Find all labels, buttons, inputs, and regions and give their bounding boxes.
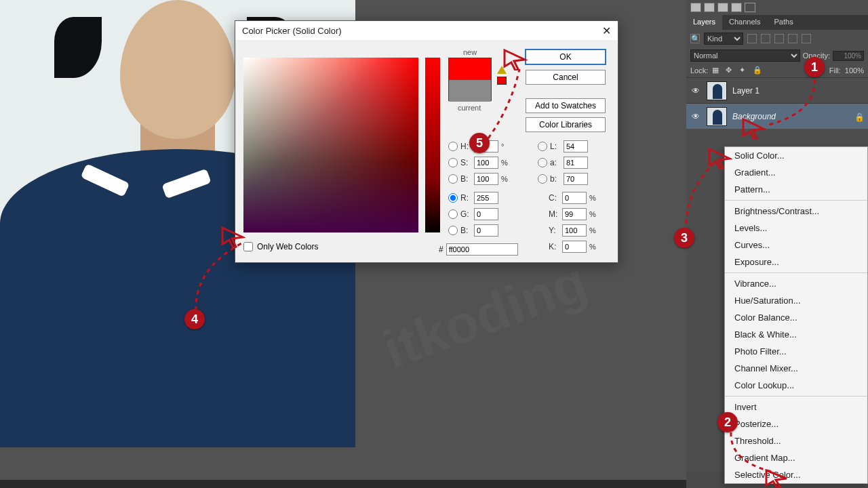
- s-input[interactable]: [474, 157, 498, 169]
- layer-thumb: [707, 107, 727, 126]
- menu-colorbalance[interactable]: Color Balance...: [725, 309, 867, 326]
- lock-artboard-icon[interactable]: ✦: [739, 66, 749, 75]
- menu-invert[interactable]: Invert: [725, 399, 867, 415]
- lock-all-icon[interactable]: 🔒: [753, 66, 762, 75]
- menu-bw[interactable]: Black & White...: [725, 326, 867, 343]
- Y-input[interactable]: [562, 224, 587, 237]
- filter-smart-icon[interactable]: [802, 34, 811, 43]
- search-icon: 🔍: [690, 34, 700, 43]
- cursor-arrow-icon: [742, 118, 766, 140]
- b-lab-radio[interactable]: [538, 174, 547, 184]
- percent-unit: %: [501, 175, 508, 183]
- a-radio[interactable]: [538, 158, 547, 167]
- menu-huesat[interactable]: Hue/Saturation...: [725, 292, 867, 309]
- layer-thumb: [707, 81, 727, 100]
- menu-photofilter[interactable]: Photo Filter...: [725, 343, 867, 360]
- g-label: G:: [460, 209, 471, 219]
- annotation-badge-2: 2: [717, 412, 738, 432]
- annotation-path: [765, 70, 826, 131]
- cancel-button[interactable]: Cancel: [526, 70, 606, 85]
- panel-tabs: Layers Channels Paths: [686, 15, 868, 30]
- h-radio[interactable]: [448, 142, 458, 151]
- new-color-label: new: [463, 48, 477, 56]
- current-color-swatch[interactable]: [449, 80, 491, 102]
- hue-slider[interactable]: [425, 58, 440, 232]
- filter-type-icon[interactable]: [774, 34, 784, 43]
- menu-solid-color[interactable]: Solid Color...: [725, 147, 867, 164]
- r-input[interactable]: [474, 192, 498, 204]
- visibility-eye-icon[interactable]: 👁: [692, 112, 701, 121]
- horizontal-scrollbar[interactable]: [0, 480, 686, 488]
- hex-input[interactable]: [446, 243, 518, 256]
- filter-adjust-icon[interactable]: [761, 34, 770, 43]
- preset-icon[interactable]: [731, 3, 742, 12]
- new-color-swatch[interactable]: [449, 58, 491, 80]
- b-hsb-radio[interactable]: [448, 174, 458, 184]
- s-radio[interactable]: [448, 158, 458, 167]
- menu-pattern[interactable]: Pattern...: [725, 181, 867, 198]
- percent-unit: %: [501, 159, 508, 167]
- color-picker-dialog: Color Picker (Solid Color) ✕ new current…: [235, 20, 618, 263]
- g-input[interactable]: [474, 208, 498, 220]
- M-input[interactable]: [562, 208, 587, 220]
- menu-brightness[interactable]: Brightness/Contrast...: [725, 203, 867, 220]
- opacity-field[interactable]: 100%: [833, 51, 864, 61]
- menu-colorlookup[interactable]: Color Lookup...: [725, 377, 867, 394]
- dialog-titlebar[interactable]: Color Picker (Solid Color) ✕: [235, 21, 618, 40]
- annotation-badge-5: 5: [469, 133, 490, 153]
- web-colors-label: Only Web Colors: [257, 242, 318, 251]
- g-radio[interactable]: [448, 209, 458, 219]
- watermark: itkoding: [376, 251, 595, 382]
- b-lab-input[interactable]: [564, 173, 588, 185]
- tab-channels[interactable]: Channels: [722, 15, 767, 30]
- layer-name: Layer 1: [732, 86, 760, 96]
- r-label: R:: [460, 193, 471, 203]
- preset-icon[interactable]: [717, 3, 728, 12]
- preset-icon[interactable]: [704, 3, 715, 12]
- preset-icon[interactable]: [745, 3, 755, 12]
- menu-vibrance[interactable]: Vibrance...: [725, 275, 867, 292]
- ok-button[interactable]: OK: [526, 49, 606, 64]
- filter-pixel-icon[interactable]: [747, 34, 757, 43]
- C-input[interactable]: [562, 192, 587, 204]
- svg-marker-3: [743, 119, 764, 140]
- preset-icon[interactable]: [690, 3, 701, 12]
- current-color-label: current: [458, 104, 481, 112]
- add-swatches-button[interactable]: Add to Swatches: [526, 98, 606, 113]
- layer-kind-select[interactable]: Kind: [704, 33, 743, 45]
- fill-field[interactable]: 100%: [845, 66, 864, 75]
- menu-levels[interactable]: Levels...: [725, 220, 867, 237]
- b-rgb-radio[interactable]: [448, 226, 458, 235]
- close-icon[interactable]: ✕: [602, 24, 611, 37]
- degree-unit: °: [501, 142, 504, 150]
- tab-paths[interactable]: Paths: [768, 15, 800, 30]
- K-input[interactable]: [562, 241, 587, 253]
- b-rgb-input[interactable]: [474, 224, 498, 237]
- annotation-path: [727, 431, 781, 479]
- hex-prefix: #: [439, 245, 443, 254]
- adjustment-presets-row: [686, 0, 868, 15]
- L-input[interactable]: [564, 140, 588, 152]
- annotation-badge-1: 1: [804, 57, 825, 77]
- menu-exposure[interactable]: Exposure...: [725, 253, 867, 270]
- menu-gradient[interactable]: Gradient...: [725, 164, 867, 181]
- menu-channelmixer[interactable]: Channel Mixer...: [725, 360, 867, 377]
- filter-shape-icon[interactable]: [788, 34, 797, 43]
- C-label: C:: [549, 193, 559, 203]
- blend-mode-select[interactable]: Normal: [690, 49, 800, 62]
- saturation-field[interactable]: [243, 58, 418, 232]
- L-radio[interactable]: [538, 142, 547, 151]
- M-label: M:: [549, 209, 559, 219]
- visibility-eye-icon[interactable]: 👁: [692, 86, 701, 96]
- a-input[interactable]: [564, 157, 588, 169]
- r-radio[interactable]: [448, 193, 458, 203]
- color-libraries-button[interactable]: Color Libraries: [526, 117, 606, 132]
- menu-curves[interactable]: Curves...: [725, 237, 867, 253]
- tab-layers[interactable]: Layers: [686, 15, 722, 30]
- menu-posterize[interactable]: Posterize...: [725, 415, 867, 432]
- percent-unit: %: [589, 243, 596, 251]
- lock-position-icon[interactable]: ✥: [726, 66, 735, 75]
- lock-pixels-icon[interactable]: ▦: [712, 66, 722, 75]
- b-hsb-input[interactable]: [474, 173, 498, 185]
- percent-unit: %: [589, 210, 596, 218]
